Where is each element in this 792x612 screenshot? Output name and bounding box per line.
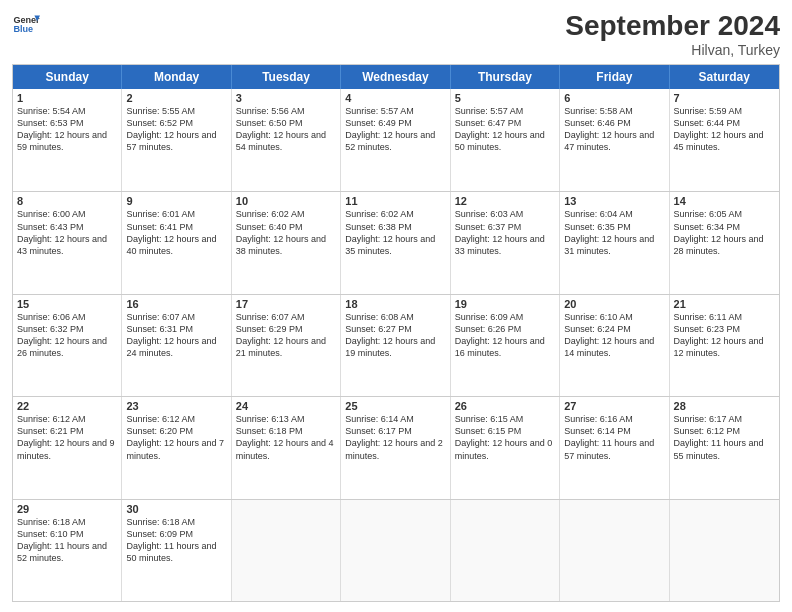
day-13: 13 Sunrise: 6:04 AMSunset: 6:35 PMDaylig…	[560, 192, 669, 293]
week-row-3: 15 Sunrise: 6:06 AMSunset: 6:32 PMDaylig…	[13, 294, 779, 396]
empty-cell-4	[560, 500, 669, 601]
month-title: September 2024	[565, 10, 780, 42]
day-19: 19 Sunrise: 6:09 AMSunset: 6:26 PMDaylig…	[451, 295, 560, 396]
header-wednesday: Wednesday	[341, 65, 450, 89]
day-15: 15 Sunrise: 6:06 AMSunset: 6:32 PMDaylig…	[13, 295, 122, 396]
day-2: 2 Sunrise: 5:55 AMSunset: 6:52 PMDayligh…	[122, 89, 231, 191]
day-6: 6 Sunrise: 5:58 AMSunset: 6:46 PMDayligh…	[560, 89, 669, 191]
page: General Blue September 2024 Hilvan, Turk…	[0, 0, 792, 612]
day-26: 26 Sunrise: 6:15 AMSunset: 6:15 PMDaylig…	[451, 397, 560, 498]
day-10: 10 Sunrise: 6:02 AMSunset: 6:40 PMDaylig…	[232, 192, 341, 293]
day-16: 16 Sunrise: 6:07 AMSunset: 6:31 PMDaylig…	[122, 295, 231, 396]
header-saturday: Saturday	[670, 65, 779, 89]
calendar: Sunday Monday Tuesday Wednesday Thursday…	[12, 64, 780, 602]
header-monday: Monday	[122, 65, 231, 89]
day-24: 24 Sunrise: 6:13 AMSunset: 6:18 PMDaylig…	[232, 397, 341, 498]
day-22: 22 Sunrise: 6:12 AMSunset: 6:21 PMDaylig…	[13, 397, 122, 498]
day-23: 23 Sunrise: 6:12 AMSunset: 6:20 PMDaylig…	[122, 397, 231, 498]
week-row-1: 1 Sunrise: 5:54 AMSunset: 6:53 PMDayligh…	[13, 89, 779, 191]
empty-cell-5	[670, 500, 779, 601]
day-20: 20 Sunrise: 6:10 AMSunset: 6:24 PMDaylig…	[560, 295, 669, 396]
day-29: 29 Sunrise: 6:18 AMSunset: 6:10 PMDaylig…	[13, 500, 122, 601]
day-4: 4 Sunrise: 5:57 AMSunset: 6:49 PMDayligh…	[341, 89, 450, 191]
logo: General Blue	[12, 10, 44, 38]
header-tuesday: Tuesday	[232, 65, 341, 89]
week-row-2: 8 Sunrise: 6:00 AMSunset: 6:43 PMDayligh…	[13, 191, 779, 293]
header-sunday: Sunday	[13, 65, 122, 89]
empty-cell-3	[451, 500, 560, 601]
location: Hilvan, Turkey	[565, 42, 780, 58]
svg-text:Blue: Blue	[13, 24, 33, 34]
day-28: 28 Sunrise: 6:17 AMSunset: 6:12 PMDaylig…	[670, 397, 779, 498]
header: General Blue September 2024 Hilvan, Turk…	[12, 10, 780, 58]
title-block: September 2024 Hilvan, Turkey	[565, 10, 780, 58]
calendar-header: Sunday Monday Tuesday Wednesday Thursday…	[13, 65, 779, 89]
day-25: 25 Sunrise: 6:14 AMSunset: 6:17 PMDaylig…	[341, 397, 450, 498]
day-27: 27 Sunrise: 6:16 AMSunset: 6:14 PMDaylig…	[560, 397, 669, 498]
day-5: 5 Sunrise: 5:57 AMSunset: 6:47 PMDayligh…	[451, 89, 560, 191]
day-12: 12 Sunrise: 6:03 AMSunset: 6:37 PMDaylig…	[451, 192, 560, 293]
empty-cell-2	[341, 500, 450, 601]
day-30: 30 Sunrise: 6:18 AMSunset: 6:09 PMDaylig…	[122, 500, 231, 601]
day-14: 14 Sunrise: 6:05 AMSunset: 6:34 PMDaylig…	[670, 192, 779, 293]
week-row-5: 29 Sunrise: 6:18 AMSunset: 6:10 PMDaylig…	[13, 499, 779, 601]
day-21: 21 Sunrise: 6:11 AMSunset: 6:23 PMDaylig…	[670, 295, 779, 396]
header-friday: Friday	[560, 65, 669, 89]
day-1: 1 Sunrise: 5:54 AMSunset: 6:53 PMDayligh…	[13, 89, 122, 191]
calendar-body: 1 Sunrise: 5:54 AMSunset: 6:53 PMDayligh…	[13, 89, 779, 601]
empty-cell-1	[232, 500, 341, 601]
week-row-4: 22 Sunrise: 6:12 AMSunset: 6:21 PMDaylig…	[13, 396, 779, 498]
day-7: 7 Sunrise: 5:59 AMSunset: 6:44 PMDayligh…	[670, 89, 779, 191]
header-thursday: Thursday	[451, 65, 560, 89]
day-18: 18 Sunrise: 6:08 AMSunset: 6:27 PMDaylig…	[341, 295, 450, 396]
day-17: 17 Sunrise: 6:07 AMSunset: 6:29 PMDaylig…	[232, 295, 341, 396]
day-3: 3 Sunrise: 5:56 AMSunset: 6:50 PMDayligh…	[232, 89, 341, 191]
logo-icon: General Blue	[12, 10, 40, 38]
day-8: 8 Sunrise: 6:00 AMSunset: 6:43 PMDayligh…	[13, 192, 122, 293]
day-9: 9 Sunrise: 6:01 AMSunset: 6:41 PMDayligh…	[122, 192, 231, 293]
day-11: 11 Sunrise: 6:02 AMSunset: 6:38 PMDaylig…	[341, 192, 450, 293]
